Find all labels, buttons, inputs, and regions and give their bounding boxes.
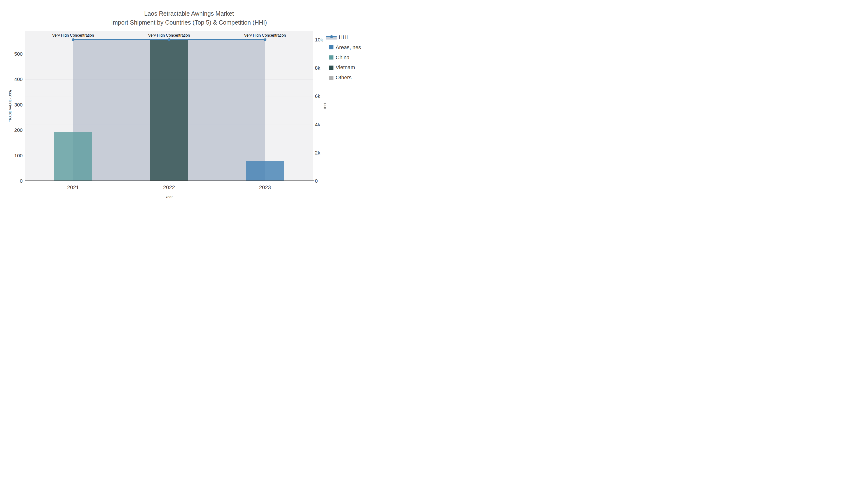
right-axis-tick-label: 2k (315, 150, 320, 156)
legend-item-vietnam[interactable]: Vietnam (326, 63, 355, 72)
legend-label-hhi: HHI (339, 34, 348, 40)
legend-item-hhi[interactable]: HHI (326, 33, 348, 41)
right-axis-title: HHI (323, 103, 327, 109)
legend-label: Others (336, 74, 351, 81)
legend-label: China (336, 55, 349, 61)
right-axis-tick-label: 8k (315, 65, 320, 71)
legend-swatch (329, 66, 334, 70)
legend-item-china[interactable]: China (326, 54, 349, 62)
legend-item-others[interactable]: Others (326, 73, 351, 82)
left-axis-tick-label: 400 (8, 76, 23, 82)
hhi-line-marker (72, 38, 74, 41)
left-axis-tick-label: 500 (8, 51, 23, 57)
hhi-line-marker (264, 38, 267, 41)
left-axis-tick-label: 0 (8, 178, 23, 184)
annotation-concentration: Very High Concentration (52, 33, 94, 38)
chart-title-line1: Laos Retractable Awnings Market (0, 9, 378, 18)
right-axis-tick-label: 4k (315, 122, 320, 128)
left-axis-tick-label: 100 (8, 153, 23, 159)
hhi-line-marker (168, 38, 170, 41)
bar-vietnam (150, 39, 188, 181)
annotation-concentration: Very High Concentration (244, 33, 286, 38)
right-axis-tick-label: 0 (315, 178, 318, 184)
left-axis-title: TRADE VALUE (US$) (8, 90, 12, 122)
plot-area: Very High ConcentrationVery High Concent… (25, 31, 313, 181)
left-axis-tick-label: 200 (8, 127, 23, 133)
legend-label: Areas, nes (336, 44, 361, 51)
x-axis-tick-label-2021: 2021 (67, 184, 79, 191)
bar-china (54, 132, 92, 181)
annotation-concentration: Very High Concentration (148, 33, 190, 38)
x-axis-line (25, 181, 314, 181)
legend-swatch (329, 76, 334, 80)
x-axis-tick-label-2023: 2023 (259, 184, 271, 191)
right-axis-tick-label: 10k (315, 37, 323, 43)
legend-swatch (329, 56, 334, 60)
hhi-line-legend-symbol (326, 35, 337, 40)
legend-label: Vietnam (336, 64, 355, 71)
bar-areas-nes (246, 161, 284, 181)
figure-laos-awnings-chart: Laos Retractable Awnings Market Import S… (0, 0, 378, 213)
x-axis-tick-label-2022: 2022 (163, 184, 175, 191)
right-axis-tick-label: 6k (315, 93, 320, 99)
x-axis-title: Year (165, 195, 173, 199)
legend-item-areas-nes[interactable]: Areas, nes (326, 43, 361, 52)
chart-title-line2: Import Shipment by Countries (Top 5) & C… (0, 18, 378, 27)
chart-title: Laos Retractable Awnings Market Import S… (0, 9, 378, 27)
legend-swatch (329, 45, 334, 50)
